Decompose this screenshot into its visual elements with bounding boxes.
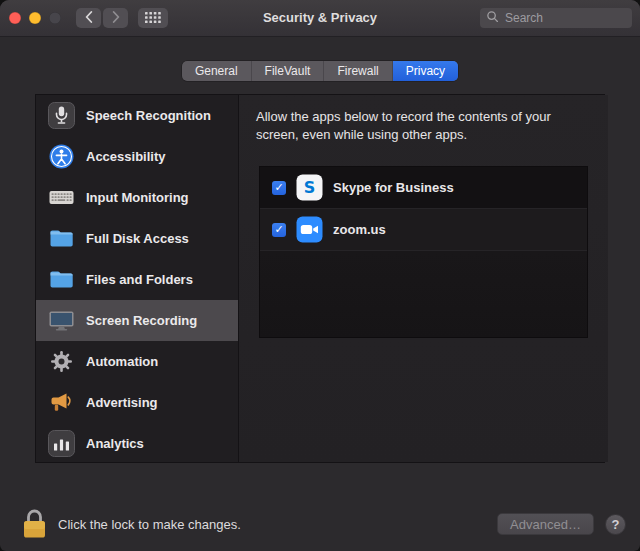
sidebar-item-screen-recording[interactable]: Screen Recording bbox=[36, 300, 238, 341]
accessibility-icon bbox=[48, 143, 75, 170]
apps-list: S Skype for Business zoom.us bbox=[259, 166, 588, 338]
tab-filevault[interactable]: FileVault bbox=[252, 61, 325, 81]
app-checkbox[interactable] bbox=[272, 223, 286, 237]
close-button[interactable] bbox=[9, 12, 21, 24]
folder-icon bbox=[48, 266, 75, 293]
app-row-zoom-us[interactable]: zoom.us bbox=[260, 209, 587, 251]
lock-icon bbox=[21, 507, 48, 540]
skype-icon: S bbox=[296, 174, 323, 201]
minimize-button[interactable] bbox=[29, 12, 41, 24]
svg-text:S: S bbox=[304, 178, 316, 197]
sidebar-item-input-monitoring[interactable]: Input Monitoring bbox=[36, 177, 238, 218]
lock-message: Click the lock to make changes. bbox=[58, 517, 241, 532]
sidebar-item-full-disk-access[interactable]: Full Disk Access bbox=[36, 218, 238, 259]
app-row-skype-for-business[interactable]: S Skype for Business bbox=[260, 167, 587, 209]
display-icon bbox=[48, 307, 75, 334]
tab-firewall[interactable]: Firewall bbox=[324, 61, 392, 81]
back-button[interactable] bbox=[76, 8, 101, 28]
megaphone-icon bbox=[48, 389, 75, 416]
help-button[interactable]: ? bbox=[605, 514, 626, 535]
sidebar-item-files-and-folders[interactable]: Files and Folders bbox=[36, 259, 238, 300]
app-checkbox[interactable] bbox=[272, 181, 286, 195]
sidebar-item-advertising[interactable]: Advertising bbox=[36, 382, 238, 423]
sidebar-item-speech-recognition[interactable]: Speech Recognition bbox=[36, 95, 238, 136]
search-icon bbox=[486, 9, 499, 27]
tab-privacy[interactable]: Privacy bbox=[393, 61, 458, 81]
titlebar: Security & Privacy bbox=[0, 0, 640, 37]
privacy-content: Speech Recognition Accessibility Input M… bbox=[35, 94, 605, 463]
lock-button[interactable] bbox=[21, 507, 48, 540]
security-privacy-window: Security & Privacy General FileVault Fir… bbox=[0, 0, 640, 551]
search-input[interactable] bbox=[503, 10, 626, 26]
search-field[interactable] bbox=[480, 8, 632, 28]
keyboard-icon bbox=[48, 184, 75, 211]
chevron-left-icon bbox=[85, 11, 93, 26]
tab-control: General FileVault Firewall Privacy bbox=[182, 61, 458, 81]
grid-icon bbox=[145, 11, 161, 26]
advanced-button[interactable]: Advanced… bbox=[497, 513, 594, 535]
show-all-button[interactable] bbox=[138, 8, 168, 28]
gear-icon bbox=[48, 348, 75, 375]
zoom-icon bbox=[296, 216, 323, 243]
analytics-icon bbox=[48, 430, 75, 457]
chevron-right-icon bbox=[112, 11, 120, 26]
tab-general[interactable]: General bbox=[182, 61, 252, 81]
detail-panel: Allow the apps below to record the conte… bbox=[239, 95, 608, 462]
privacy-sidebar: Speech Recognition Accessibility Input M… bbox=[36, 95, 239, 462]
folder-icon bbox=[48, 225, 75, 252]
forward-button[interactable] bbox=[103, 8, 128, 28]
zoom-button bbox=[49, 12, 61, 24]
traffic-lights bbox=[9, 12, 61, 24]
nav-buttons bbox=[76, 8, 128, 28]
panel-description: Allow the apps below to record the conte… bbox=[256, 108, 592, 143]
sidebar-item-analytics[interactable]: Analytics bbox=[36, 423, 238, 462]
microphone-icon bbox=[48, 102, 75, 129]
sidebar-item-automation[interactable]: Automation bbox=[36, 341, 238, 382]
sidebar-item-accessibility[interactable]: Accessibility bbox=[36, 136, 238, 177]
tab-bar: General FileVault Firewall Privacy bbox=[0, 61, 640, 81]
